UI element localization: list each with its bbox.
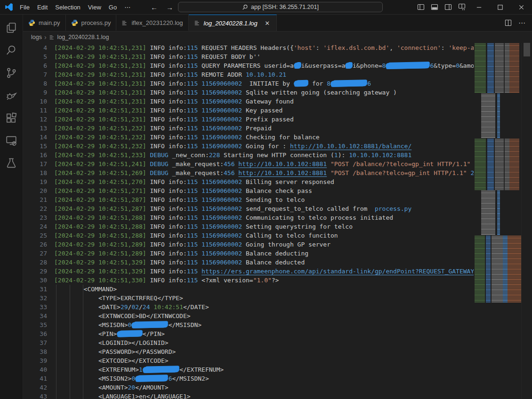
breadcrumb-file[interactable]: log_20240228.1.log: [57, 34, 109, 40]
code-line[interactable]: 21[2024-02-29 10:42:51,287] INFO info:11…: [23, 195, 474, 204]
tab-label: log_20240228.1.log: [204, 20, 258, 27]
minimap[interactable]: [474, 43, 522, 399]
code-line[interactable]: 14[2024-02-29 10:42:51,232] INFO info:11…: [23, 133, 474, 142]
code-line[interactable]: 34 <EXTNWCODE>BD</EXTNWCODE>: [23, 311, 474, 320]
code-line[interactable]: 9[2024-02-29 10:42:51,231] INFO info:115…: [23, 88, 474, 97]
nav-forward-button[interactable]: →: [166, 3, 173, 11]
code-line[interactable]: 41 <MSISDN2>06</MSISDN2>: [23, 374, 474, 383]
code-line[interactable]: 36 <PIN></PIN>: [23, 329, 474, 338]
code-line[interactable]: 18[2024-02-29 10:42:51,269] DEBUG _make_…: [23, 168, 474, 177]
line-number: 11: [23, 106, 47, 115]
menu-file[interactable]: File: [16, 3, 33, 12]
close-window-button[interactable]: [511, 0, 532, 14]
minimap-block: [474, 138, 522, 190]
log-link[interactable]: http://10.10.10.102:8881/balance/: [290, 143, 411, 150]
code-line[interactable]: 43 <LANGUAGE1>en</LANGUAGE1>: [23, 392, 474, 399]
code-line[interactable]: 5[2024-02-29 10:42:51,231] INFO info:115…: [23, 52, 474, 61]
code-line[interactable]: 20[2024-02-29 10:42:51,271] INFO info:11…: [23, 186, 474, 195]
code-line[interactable]: 10[2024-02-29 10:42:51,231] INFO info:11…: [23, 97, 474, 106]
code-line[interactable]: 40 <EXTREFNUM>1</EXTREFNUM>: [23, 365, 474, 374]
line-text: <PASSWORD></PASSWORD>: [47, 347, 176, 356]
menu-selection[interactable]: Selection: [51, 3, 84, 12]
code-line[interactable]: 35 <MSISDN>0</MSISDN>: [23, 320, 474, 329]
code-line[interactable]: 29[2024-02-29 10:42:51,329] INFO info:11…: [23, 267, 474, 276]
menu-view[interactable]: View: [84, 3, 105, 12]
toggle-secondary-sidebar-icon[interactable]: [441, 0, 455, 14]
editor-scrollbar[interactable]: [521, 43, 532, 399]
menu-[interactable]: ⋯: [121, 3, 134, 12]
tab-main.py[interactable]: main.py: [23, 15, 66, 31]
scrollbar-thumb[interactable]: [524, 43, 530, 56]
extensions-icon[interactable]: [0, 107, 23, 129]
maximize-button[interactable]: [490, 0, 511, 14]
code-line[interactable]: 38 <PASSWORD></PASSWORD>: [23, 347, 474, 356]
close-tab-icon[interactable]: ✕: [264, 20, 271, 27]
more-actions-icon[interactable]: ⋯: [518, 19, 525, 27]
code-line[interactable]: 27[2024-02-29 10:42:51,289] INFO info:11…: [23, 249, 474, 258]
line-text: <EXTREFNUM>1</EXTREFNUM>: [47, 365, 224, 374]
code-line[interactable]: 42 <AMOUNT>20</AMOUNT>: [23, 383, 474, 392]
code-line[interactable]: 6[2024-02-29 10:42:51,231] INFO info:115…: [23, 61, 474, 70]
code-line[interactable]: 11[2024-02-29 10:42:51,231] INFO info:11…: [23, 106, 474, 115]
code-line[interactable]: 24[2024-02-29 10:42:51,288] INFO info:11…: [23, 222, 474, 231]
toggle-panel-icon[interactable]: [427, 0, 441, 14]
line-text: [2024-02-29 10:42:51,287] INFO info:115 …: [47, 204, 411, 213]
code-line[interactable]: 31 <COMMAND>: [23, 285, 474, 294]
indent-guide: [83, 285, 83, 399]
search-icon[interactable]: [0, 39, 23, 62]
code-line[interactable]: 39 <EXTCODE></EXTCODE>: [23, 356, 474, 365]
line-number: 13: [23, 124, 47, 133]
breadcrumb-folder[interactable]: logs: [31, 34, 42, 40]
toggle-sidebar-icon[interactable]: [414, 0, 427, 14]
line-number: 28: [23, 258, 47, 267]
log-link[interactable]: https://ers.grameenphone.com/api/standar…: [202, 268, 474, 275]
line-text: [2024-02-29 10:42:51,329] INFO info:115 …: [47, 267, 474, 276]
line-number: 22: [23, 204, 47, 213]
menu-go[interactable]: Go: [105, 3, 121, 12]
testing-icon[interactable]: [0, 152, 23, 175]
tab-iflex_20231220.log[interactable]: iflex_20231220.log: [116, 15, 188, 31]
code-line[interactable]: 4[2024-02-29 10:42:51,231] INFO info:115…: [23, 43, 474, 52]
tab-process.py[interactable]: process.py: [66, 15, 117, 31]
customize-layout-icon[interactable]: [455, 0, 468, 14]
line-text: [2024-02-29 10:42:51,232] INFO info:115 …: [47, 133, 320, 142]
code-line[interactable]: 7[2024-02-29 10:42:51,231] INFO info:115…: [23, 70, 474, 79]
remote-explorer-icon[interactable]: [0, 129, 23, 152]
tab-log_20240228.1.log[interactable]: log_20240228.1.log✕: [189, 15, 277, 31]
code-line[interactable]: 22[2024-02-29 10:42:51,287] INFO info:11…: [23, 204, 474, 213]
source-control-icon[interactable]: [0, 62, 23, 84]
code-line[interactable]: 16[2024-02-29 10:42:51,233] DEBUG _new_c…: [23, 151, 474, 160]
code-line[interactable]: 33 <DATE>29/02/24 10:42:51</DATE>: [23, 303, 474, 311]
line-text: [2024-02-29 10:42:51,241] DEBUG _make_re…: [47, 160, 474, 168]
log-link[interactable]: http://10.10.10.102:8881: [238, 160, 327, 168]
code-line[interactable]: 30[2024-02-29 10:42:51,330] INFO info:11…: [23, 276, 474, 285]
run-and-debug-icon[interactable]: [0, 84, 23, 107]
code-line[interactable]: 28[2024-02-29 10:42:51,329] INFO info:11…: [23, 258, 474, 267]
split-editor-icon[interactable]: [505, 19, 512, 26]
code-line[interactable]: 37 <LOGINID></LOGINID>: [23, 338, 474, 347]
code-line[interactable]: 12[2024-02-29 10:42:51,231] INFO info:11…: [23, 115, 474, 124]
code-line[interactable]: 25[2024-02-29 10:42:51,288] INFO info:11…: [23, 231, 474, 240]
code-line[interactable]: 8[2024-02-29 10:42:51,231] INFO info:115…: [23, 79, 474, 88]
line-number: 7: [23, 70, 47, 79]
code-line[interactable]: 17[2024-02-29 10:42:51,241] DEBUG _make_…: [23, 160, 474, 168]
code-line[interactable]: 15[2024-02-29 10:42:51,232] INFO info:11…: [23, 142, 474, 151]
code-line[interactable]: 32 <TYPE>EXRCTRFREQ</TYPE>: [23, 294, 474, 303]
code-line[interactable]: 19[2024-02-29 10:42:51,270] INFO info:11…: [23, 177, 474, 186]
code-line[interactable]: 23[2024-02-29 10:42:51,288] INFO info:11…: [23, 213, 474, 222]
menu-edit[interactable]: Edit: [33, 3, 51, 12]
line-number: 34: [23, 311, 47, 320]
explorer-icon[interactable]: [0, 16, 23, 39]
nav-back-button[interactable]: ←: [151, 3, 158, 11]
log-link[interactable]: http://10.10.10.102:8881: [238, 169, 327, 176]
command-center-search[interactable]: app [SSH: 36.255.71.201]: [178, 2, 383, 12]
log-file-icon: [121, 20, 128, 26]
code-area[interactable]: 4[2024-02-29 10:42:51,231] INFO info:115…: [23, 43, 474, 399]
code-line[interactable]: 26[2024-02-29 10:42:51,289] INFO info:11…: [23, 240, 474, 249]
line-text: [2024-02-29 10:42:51,231] INFO info:115 …: [47, 70, 286, 79]
code-line[interactable]: 13[2024-02-29 10:42:51,232] INFO info:11…: [23, 124, 474, 133]
line-text: [2024-02-29 10:42:51,231] INFO info:115 …: [47, 79, 371, 88]
line-number: 39: [23, 356, 47, 365]
minimap-block: [474, 43, 522, 93]
minimize-button[interactable]: [468, 0, 490, 14]
